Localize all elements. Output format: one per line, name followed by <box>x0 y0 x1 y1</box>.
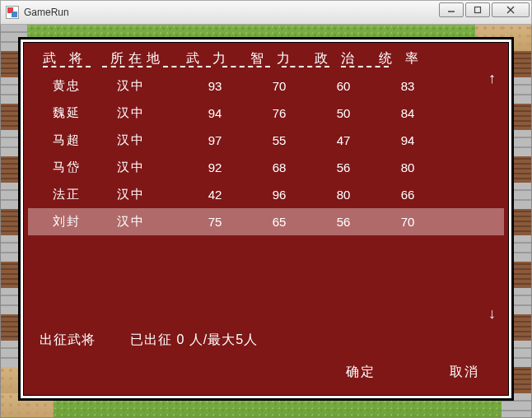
window-controls <box>439 2 530 17</box>
cell-location: 汉中 <box>117 160 183 175</box>
cell-politics: 50 <box>311 106 376 120</box>
cell-intel: 65 <box>247 215 311 229</box>
titlebar: GameRun <box>0 0 532 25</box>
table-body: 黄忠汉中93706083魏延汉中94765084马超汉中97554794马岱汉中… <box>28 72 504 235</box>
cell-politics: 56 <box>311 160 376 174</box>
general-select-panel: 武 将 所在地 武 力 智 力 政 治 统 率 黄忠汉中93706083魏延汉中… <box>21 39 511 398</box>
table-row[interactable]: 魏延汉中94765084 <box>28 100 504 127</box>
table-header: 武 将 所在地 武 力 智 力 政 治 统 率 <box>28 47 504 67</box>
cell-leadership: 80 <box>376 160 440 174</box>
cell-leadership: 70 <box>376 215 440 229</box>
cell-intel: 76 <box>247 106 311 120</box>
cell-force: 92 <box>183 160 247 174</box>
cell-force: 94 <box>183 106 247 120</box>
table-row[interactable]: 马岱汉中92685680 <box>28 154 504 181</box>
app-icon <box>6 6 19 19</box>
cancel-button[interactable]: 取消 <box>450 364 479 381</box>
cell-location: 汉中 <box>117 214 183 230</box>
footer-label: 出征武将 <box>40 332 96 349</box>
footer-status: 出征武将 已出征 0 人/最大5人 <box>40 332 258 349</box>
cell-force: 75 <box>183 215 247 229</box>
cell-intel: 68 <box>247 160 311 174</box>
cell-intel: 96 <box>247 188 311 202</box>
svg-rect-1 <box>475 7 481 13</box>
table-row[interactable]: 刘封汉中75655670 <box>28 208 504 235</box>
button-row: 确定 取消 <box>346 364 479 381</box>
table-row[interactable]: 法正汉中42968066 <box>28 181 504 208</box>
header-politics: 政 治 <box>305 50 369 67</box>
maximize-button[interactable] <box>465 2 490 17</box>
header-force: 武 力 <box>176 50 240 67</box>
cell-location: 汉中 <box>117 187 183 202</box>
cell-name: 马超 <box>53 132 117 148</box>
minimize-button[interactable] <box>439 2 464 17</box>
cell-location: 汉中 <box>117 132 183 148</box>
cell-location: 汉中 <box>117 105 183 121</box>
footer-status-text: 已出征 0 人/最大5人 <box>130 332 258 349</box>
cell-force: 93 <box>183 79 247 93</box>
header-intel: 智 力 <box>240 50 305 67</box>
cell-intel: 55 <box>247 133 311 147</box>
cell-force: 97 <box>183 133 247 147</box>
table-row[interactable]: 黄忠汉中93706083 <box>28 72 504 100</box>
window-title: GameRun <box>24 7 69 18</box>
cell-politics: 60 <box>311 79 376 93</box>
header-location: 所在地 <box>110 50 176 67</box>
cell-politics: 80 <box>311 188 376 202</box>
cell-name: 法正 <box>53 187 117 202</box>
cell-name: 黄忠 <box>53 78 117 94</box>
cell-leadership: 66 <box>376 188 440 202</box>
cell-name: 魏延 <box>53 105 117 121</box>
cell-politics: 47 <box>311 133 376 147</box>
cell-leadership: 84 <box>376 106 440 120</box>
cell-name: 刘封 <box>53 214 117 230</box>
scroll-down-icon[interactable]: ↓ <box>488 305 496 323</box>
ok-button[interactable]: 确定 <box>346 364 376 381</box>
cell-leadership: 94 <box>376 133 440 147</box>
header-leadership: 统 率 <box>369 50 433 67</box>
close-button[interactable] <box>492 2 530 17</box>
table-row[interactable]: 马超汉中97554794 <box>28 127 504 154</box>
client-area: 武 将 所在地 武 力 智 力 政 治 统 率 黄忠汉中93706083魏延汉中… <box>0 25 532 418</box>
scroll-up-icon[interactable]: ↑ <box>488 70 496 87</box>
cell-intel: 70 <box>247 79 311 93</box>
cell-politics: 56 <box>311 215 376 229</box>
cell-name: 马岱 <box>53 160 117 175</box>
header-name: 武 将 <box>43 50 110 67</box>
cell-leadership: 83 <box>376 79 440 93</box>
cell-force: 42 <box>183 188 247 202</box>
cell-location: 汉中 <box>117 78 183 94</box>
